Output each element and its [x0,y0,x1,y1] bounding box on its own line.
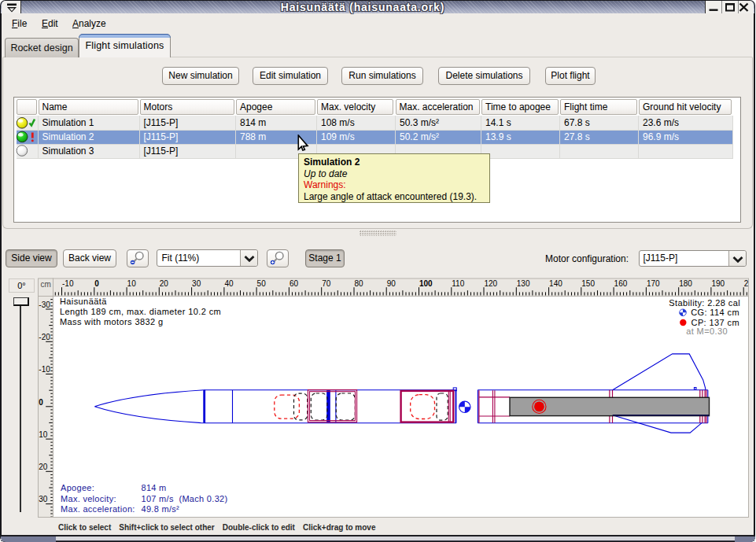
svg-text:20: 20 [160,279,169,288]
svg-text:Max. velocity:: Max. velocity: [61,494,116,503]
svg-text:70: 70 [322,279,331,288]
svg-text:Apogee:: Apogee: [61,483,94,492]
svg-text:190: 190 [711,279,725,288]
svg-text:CP: 137 cm: CP: 137 cm [691,318,739,327]
svg-text:110: 110 [452,279,464,288]
svg-text:170: 170 [647,279,660,288]
svg-text:120: 120 [485,279,498,288]
svg-text:50: 50 [257,279,267,288]
svg-text:cm: cm [41,280,51,289]
svg-text:20: 20 [39,463,48,471]
svg-text:Stability: 2.28 cal: Stability: 2.28 cal [669,298,740,308]
svg-text:10: 10 [127,279,137,288]
svg-text:107 m/s (Mach 0.32): 107 m/s (Mach 0.32) [142,494,228,503]
svg-text:-10: -10 [62,279,74,288]
svg-text:140: 140 [549,279,562,288]
svg-text:0: 0 [94,279,99,288]
svg-text:160: 160 [614,279,628,288]
svg-text:180: 180 [679,279,692,288]
svg-text:0: 0 [39,398,43,407]
svg-text:90: 90 [387,279,396,288]
svg-text:60: 60 [289,279,299,288]
svg-text:-10: -10 [39,365,50,374]
svg-text:at M=0.30: at M=0.30 [686,326,728,336]
svg-text:Length 189 cm, max. diameter 1: Length 189 cm, max. diameter 10.2 cm [60,307,221,316]
svg-text:814 m: 814 m [142,483,167,492]
svg-text:10: 10 [39,430,48,439]
svg-text:Mass with motors 3832 g: Mass with motors 3832 g [60,317,163,326]
svg-text:Max. acceleration:: Max. acceleration: [61,504,135,514]
svg-text:80: 80 [355,279,364,288]
svg-text:100: 100 [419,279,433,288]
svg-text:30: 30 [39,495,48,503]
svg-text:30: 30 [192,279,201,288]
svg-text:130: 130 [517,279,530,288]
svg-text:-30: -30 [39,300,50,309]
svg-text:40: 40 [224,279,234,288]
svg-text:49.8 m/s²: 49.8 m/s² [142,504,180,514]
svg-text:-20: -20 [39,333,50,341]
svg-text:150: 150 [581,279,595,288]
svg-text:CG: 114 cm: CG: 114 cm [691,308,739,317]
svg-text:Haisunäätä: Haisunäätä [60,297,107,306]
